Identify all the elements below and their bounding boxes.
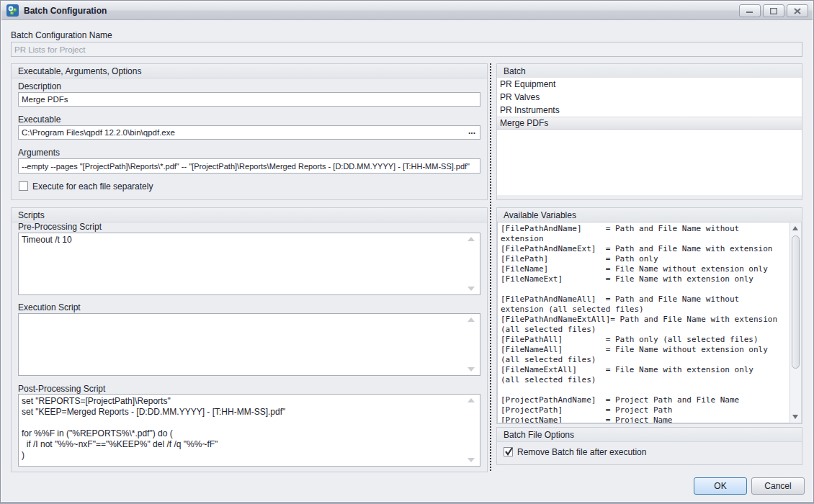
post-processing-label: Post-Processing Script <box>18 384 105 394</box>
list-item-selected[interactable]: Merge PDFs <box>497 117 802 130</box>
exec-options-group-header: Executable, Arguments, Options <box>12 64 487 78</box>
list-item[interactable]: PR Instruments <box>497 104 802 117</box>
scripts-group-title: Scripts <box>18 210 45 220</box>
batch-config-name-input[interactable] <box>11 42 802 57</box>
close-icon <box>794 8 801 14</box>
variables-text-area[interactable]: [FilePathAndName] = Path and File Name w… <box>497 222 790 423</box>
batch-file-options-group: Batch File Options <box>496 427 802 465</box>
remove-batch-file-label: Remove Batch file after execution <box>517 447 646 457</box>
scroll-down-icon[interactable] <box>468 458 475 462</box>
executable-input[interactable] <box>18 125 480 140</box>
batch-file-options-title: Batch File Options <box>504 430 574 440</box>
execute-separately-checkbox[interactable] <box>19 181 28 191</box>
window-title: Batch Configuration <box>24 6 107 16</box>
description-input[interactable] <box>18 92 480 107</box>
scroll-up-icon[interactable] <box>468 318 475 322</box>
cancel-button[interactable]: Cancel <box>751 477 805 495</box>
batch-configuration-dialog: Batch Configuration Batch Configuration … <box>0 0 814 504</box>
maximize-button[interactable] <box>763 4 784 17</box>
description-label: Description <box>18 81 61 91</box>
panel-splitter[interactable] <box>490 63 491 472</box>
batch-group-header: Batch <box>497 64 802 78</box>
batch-file-options-header: Batch File Options <box>497 428 802 442</box>
list-item[interactable]: PR Valves <box>497 91 802 104</box>
ok-button[interactable]: OK <box>694 477 747 495</box>
browse-executable-button[interactable]: ... <box>465 127 479 138</box>
title-bar[interactable]: Batch Configuration <box>1 1 813 20</box>
pre-processing-label: Pre-Processing Script <box>18 222 102 232</box>
list-item[interactable]: PR Equipment <box>497 78 802 91</box>
execution-script-input[interactable] <box>18 313 480 376</box>
minimize-icon <box>746 8 753 14</box>
scroll-down-icon[interactable] <box>792 415 798 419</box>
pre-processing-script-input[interactable]: Timeout /t 10 <box>18 233 480 295</box>
close-button[interactable] <box>787 4 808 17</box>
arguments-input[interactable] <box>18 158 480 174</box>
scroll-up-icon[interactable] <box>792 226 798 230</box>
checkmark-icon <box>504 446 514 457</box>
variables-text: [FilePathAndName] = Path and File Name w… <box>501 224 788 423</box>
minimize-button[interactable] <box>739 4 761 17</box>
variables-scrollbar[interactable] <box>790 222 802 423</box>
execution-script-label: Execution Script <box>18 302 81 312</box>
app-icon <box>6 4 19 17</box>
batch-config-name-label: Batch Configuration Name <box>11 30 112 40</box>
available-variables-title: Available Variables <box>504 210 576 220</box>
exec-options-group-title: Executable, Arguments, Options <box>18 66 141 76</box>
scripts-group-header: Scripts <box>12 208 487 222</box>
available-variables-header: Available Variables <box>497 208 802 222</box>
scroll-up-icon[interactable] <box>468 237 475 241</box>
remove-batch-file-checkbox[interactable] <box>504 447 513 456</box>
scroll-down-icon[interactable] <box>468 287 475 291</box>
arguments-label: Arguments <box>18 148 60 158</box>
maximize-icon <box>770 8 777 14</box>
batch-list: PR Equipment PR Valves PR Instruments Me… <box>497 78 802 195</box>
executable-label: Executable <box>18 114 61 125</box>
scroll-down-icon[interactable] <box>468 367 475 372</box>
scrollbar-thumb[interactable] <box>792 235 800 369</box>
post-processing-script-input[interactable]: set "REPORTS=[ProjectPath]\Reports" set … <box>18 394 480 467</box>
batch-group-title: Batch <box>504 66 526 76</box>
execute-separately-label: Execute for each file separately <box>32 181 153 192</box>
scroll-up-icon[interactable] <box>468 398 475 402</box>
